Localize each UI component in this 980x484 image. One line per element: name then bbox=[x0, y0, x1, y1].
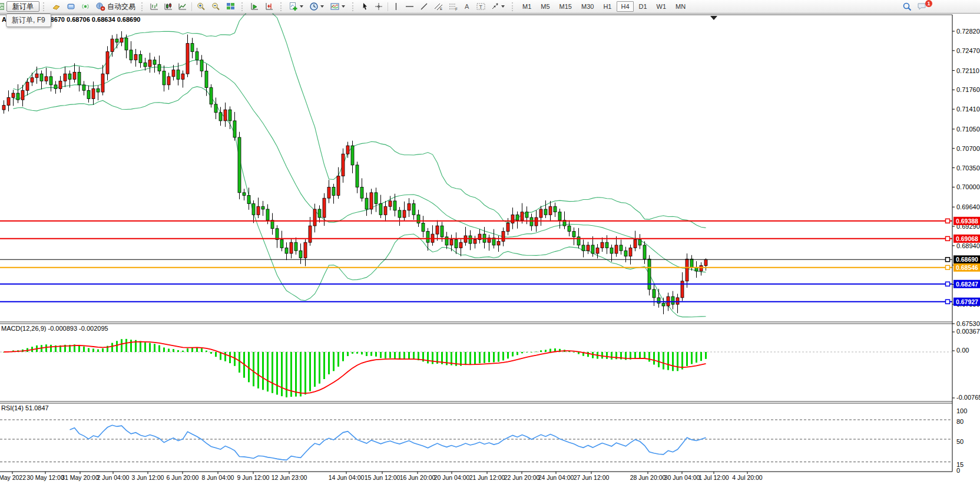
dropdown-caret-icon bbox=[300, 5, 303, 8]
timeframe-h1-button[interactable]: H1 bbox=[599, 1, 615, 12]
arrows-tool-button[interactable] bbox=[489, 1, 508, 13]
toolbar-grip bbox=[512, 2, 515, 11]
svg-text:E: E bbox=[440, 7, 442, 11]
fibonacci-icon: F bbox=[448, 2, 458, 11]
toolbar-separator bbox=[191, 2, 192, 11]
search-button[interactable] bbox=[900, 1, 914, 13]
deposit-button[interactable] bbox=[49, 1, 63, 13]
auto-scroll-button[interactable] bbox=[248, 1, 261, 13]
svg-text:27 Jun 12:00: 27 Jun 12:00 bbox=[574, 474, 610, 481]
profile-button[interactable] bbox=[64, 1, 78, 13]
svg-text:May 2022: May 2022 bbox=[0, 474, 26, 481]
toolbar-grip bbox=[241, 2, 245, 11]
signal-broadcast-icon bbox=[81, 2, 91, 11]
svg-text:12 Jun 23:00: 12 Jun 23:00 bbox=[272, 474, 307, 481]
channel-icon: E bbox=[433, 2, 443, 11]
timeframe-m5-button[interactable]: M5 bbox=[537, 1, 554, 12]
trendline-icon bbox=[419, 2, 429, 11]
trendline-tool-button[interactable] bbox=[418, 1, 431, 13]
timeframe-mn-button[interactable]: MN bbox=[671, 1, 690, 12]
toolbar-grip bbox=[141, 2, 145, 11]
notifications-button[interactable]: 1 bbox=[915, 1, 929, 13]
candlestick-mode-button[interactable] bbox=[162, 1, 175, 13]
bar-chart-mode-button[interactable] bbox=[148, 1, 161, 13]
chart-window-icon bbox=[0, 2, 4, 11]
svg-text:0.00: 0.00 bbox=[956, 347, 969, 354]
vertical-line-icon bbox=[392, 2, 400, 11]
svg-text:0.70000: 0.70000 bbox=[956, 183, 980, 190]
rsi-indicator-label: RSI(14) 51.0847 bbox=[1, 404, 49, 411]
svg-text:14 Jun 04:00: 14 Jun 04:00 bbox=[329, 474, 365, 481]
new-order-button[interactable]: 新订单 bbox=[6, 1, 39, 12]
svg-text:1 Jul 12:00: 1 Jul 12:00 bbox=[698, 474, 729, 481]
svg-text:0.70700: 0.70700 bbox=[956, 145, 980, 152]
new-order-tooltip: 新订单, F9 bbox=[6, 14, 51, 27]
svg-text:2 Jun 04:00: 2 Jun 04:00 bbox=[97, 474, 130, 481]
timeframe-w1-button[interactable]: W1 bbox=[653, 1, 671, 12]
svg-text:21 Jun 12:00: 21 Jun 12:00 bbox=[469, 474, 505, 481]
timeframe-d1-button[interactable]: D1 bbox=[635, 1, 651, 12]
chart-shift-icon bbox=[264, 2, 274, 11]
dropdown-caret-icon bbox=[501, 5, 505, 8]
svg-text:0.72110: 0.72110 bbox=[956, 67, 979, 74]
cursor-arrow-icon bbox=[360, 2, 369, 11]
text-tool-button[interactable]: A bbox=[461, 1, 473, 13]
zoom-out-icon bbox=[211, 2, 221, 11]
svg-text:0.70350: 0.70350 bbox=[956, 164, 980, 172]
timeframe-m30-button[interactable]: M30 bbox=[577, 1, 598, 12]
signals-button[interactable] bbox=[79, 1, 92, 13]
svg-text:F: F bbox=[455, 7, 458, 11]
text-icon: A bbox=[463, 2, 471, 11]
toolbar-grip bbox=[280, 2, 284, 11]
label-tool-button[interactable]: T bbox=[474, 1, 488, 13]
chart-canvas[interactable]: 0.728200.724700.721100.717600.714100.710… bbox=[0, 0, 980, 484]
candlestick-icon bbox=[164, 2, 173, 11]
profile-window-icon bbox=[66, 2, 76, 11]
fibonacci-tool-button[interactable]: F bbox=[446, 1, 460, 13]
svg-text:0.69388: 0.69388 bbox=[956, 218, 978, 225]
line-chart-mode-button[interactable] bbox=[176, 1, 189, 13]
svg-text:50: 50 bbox=[956, 438, 964, 445]
timeframe-m15-button[interactable]: M15 bbox=[555, 1, 576, 12]
svg-text:0.68546: 0.68546 bbox=[956, 264, 978, 271]
indicators-icon bbox=[289, 2, 298, 11]
notification-count-badge: 1 bbox=[925, 0, 932, 7]
clock-icon bbox=[309, 2, 319, 11]
zoom-in-button[interactable] bbox=[194, 1, 208, 13]
templates-button[interactable] bbox=[328, 1, 348, 13]
svg-text:100: 100 bbox=[956, 407, 967, 414]
search-icon bbox=[902, 2, 912, 12]
svg-text:30 Jun 04:00: 30 Jun 04:00 bbox=[664, 474, 700, 481]
chart-shift-button[interactable] bbox=[263, 1, 276, 13]
svg-text:0.69640: 0.69640 bbox=[956, 203, 980, 210]
crosshair-tool-button[interactable] bbox=[372, 1, 385, 13]
equidistant-channel-tool-button[interactable]: E bbox=[432, 1, 445, 13]
svg-text:0: 0 bbox=[956, 467, 960, 474]
tile-windows-button[interactable] bbox=[224, 1, 237, 13]
market-watch-icon[interactable] bbox=[0, 1, 6, 13]
cursor-tool-button[interactable] bbox=[359, 1, 371, 13]
svg-text:0.68940: 0.68940 bbox=[956, 242, 980, 249]
zoom-out-button[interactable] bbox=[209, 1, 223, 13]
periods-button[interactable] bbox=[307, 1, 327, 13]
svg-text:24 Jun 04:00: 24 Jun 04:00 bbox=[538, 474, 574, 481]
svg-text:0.72470: 0.72470 bbox=[956, 47, 980, 54]
svg-text:20 Jun 04:00: 20 Jun 04:00 bbox=[434, 474, 470, 481]
toolbar-grip bbox=[352, 2, 356, 11]
horizontal-line-tool-button[interactable] bbox=[403, 1, 416, 13]
auto-scroll-icon bbox=[250, 2, 260, 11]
crosshair-icon bbox=[374, 2, 383, 11]
tile-windows-icon bbox=[226, 2, 236, 11]
svg-text:28 Jun 20:00: 28 Jun 20:00 bbox=[630, 474, 666, 481]
svg-text:0.68690: 0.68690 bbox=[956, 256, 978, 263]
indicators-button[interactable] bbox=[287, 1, 306, 13]
toolbar: 新订单 自动交易 bbox=[0, 0, 980, 14]
gold-bar-icon bbox=[51, 2, 61, 11]
autotrading-button[interactable]: 自动交易 bbox=[94, 1, 137, 13]
autotrading-globe-icon bbox=[95, 2, 105, 11]
template-icon bbox=[330, 2, 340, 11]
timeframe-h4-button[interactable]: H4 bbox=[617, 1, 633, 12]
toolbar-grip bbox=[43, 2, 47, 11]
timeframe-m1-button[interactable]: M1 bbox=[518, 1, 535, 12]
vertical-line-tool-button[interactable] bbox=[390, 1, 402, 13]
